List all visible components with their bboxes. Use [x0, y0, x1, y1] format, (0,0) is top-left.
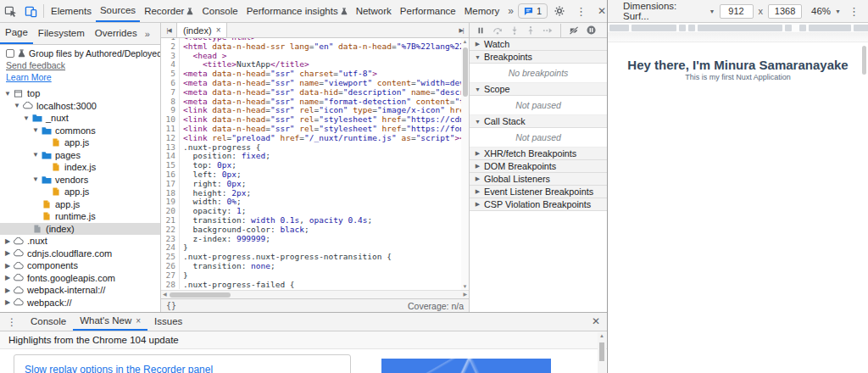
whats-new-card[interactable]: Slow replay options in the Recorder pane… [14, 354, 351, 373]
navigator-menu-icon[interactable]: ⋮ [153, 28, 161, 40]
chevron-down-icon[interactable]: ▼ [31, 126, 40, 134]
file-tree-item-nuxt[interactable]: ▼_nuxt [0, 112, 160, 125]
scroll-left-icon[interactable]: ◀ [163, 291, 167, 298]
device-toolbar-menu-icon[interactable]: ⋮ [845, 5, 863, 18]
horizontal-scroll-thumb[interactable] [170, 292, 231, 298]
devtools-menu-icon[interactable]: ⋮ [571, 5, 591, 18]
file-tree-item-nuxt[interactable]: ▶.nuxt [0, 235, 160, 248]
section-header-csp-violation-breakpoints[interactable]: ▶CSP Violation Breakpoints [470, 198, 607, 211]
editor-vertical-scrollbar[interactable]: ▲ ▼ [461, 38, 469, 290]
tab-network[interactable]: Network [352, 0, 396, 22]
group-files-option[interactable]: Group files by Authored/Deployed [6, 48, 154, 58]
editor-horizontal-scrollbar[interactable]: ◀ ▶ [161, 290, 469, 298]
file-tree-item-index-js[interactable]: index.js [0, 161, 160, 174]
scroll-down-icon[interactable]: ▼ [461, 284, 469, 289]
tab-console[interactable]: Console [198, 0, 242, 22]
chevron-down-icon[interactable]: ▼ [31, 175, 40, 183]
tab-recorder[interactable]: Recorder [140, 0, 198, 22]
gear-icon[interactable] [549, 2, 570, 20]
scroll-up-icon[interactable]: ▲ [598, 333, 606, 338]
media-query-segment[interactable] [609, 25, 629, 31]
drawer-tab-console[interactable]: Console [24, 313, 73, 331]
drawer-menu-icon[interactable]: ⋮ [0, 316, 24, 328]
tab-memory[interactable]: Memory [460, 0, 504, 22]
file-tree-item-index[interactable]: (index) [0, 223, 160, 236]
file-tree-item-top[interactable]: ▼top [0, 87, 160, 100]
media-query-segment[interactable] [809, 25, 851, 31]
device-height-input[interactable] [768, 4, 802, 19]
file-tree-item-components[interactable]: ▶components [0, 259, 160, 272]
section-header-event-listener-breakpoints[interactable]: ▶Event Listener Breakpoints [470, 186, 607, 198]
step-out-icon[interactable] [526, 26, 535, 35]
navigator-tab-filesystem[interactable]: Filesystem [33, 23, 90, 44]
section-header-global-listeners[interactable]: ▶Global Listeners [470, 173, 607, 186]
file-tree-item-commons[interactable]: ▼commons [0, 125, 160, 137]
media-query-segment[interactable] [688, 25, 695, 31]
file-tree-item-app-js[interactable]: app.js [0, 186, 160, 198]
scroll-right-icon[interactable]: ▶ [463, 291, 467, 298]
file-tree-item-cdnjs-cloudflare-com[interactable]: ▶cdnjs.cloudflare.com [0, 248, 160, 260]
file-tree-item-pages[interactable]: ▼pages [0, 149, 160, 162]
file-tree-item-webpack-internal[interactable]: ▶webpack-internal:// [0, 284, 160, 297]
navigator-tab-page[interactable]: Page [0, 23, 33, 44]
drawer-scrollbar[interactable]: ▲ [598, 332, 606, 373]
step-icon[interactable] [542, 26, 553, 35]
device-dimensions-select[interactable]: Dimensions: Surf... [623, 1, 705, 21]
chevron-down-icon[interactable]: ▼ [3, 90, 12, 97]
section-header-call-stack[interactable]: ▼Call Stack [470, 115, 607, 128]
chevron-right-icon[interactable]: ▶ [3, 262, 12, 270]
chevron-down-icon[interactable]: ▼ [31, 151, 40, 159]
drawer-scroll-thumb[interactable] [599, 342, 604, 361]
deactivate-breakpoints-icon[interactable] [569, 26, 579, 35]
vertical-scroll-thumb[interactable] [463, 47, 468, 97]
section-header-breakpoints[interactable]: ▼Breakpoints [470, 51, 607, 64]
collapse-navigator-icon[interactable]: |◀ [161, 23, 176, 37]
more-panels-icon[interactable]: » [504, 0, 518, 22]
chevron-right-icon[interactable]: ▶ [3, 237, 12, 245]
editor-tab-index[interactable]: (index) × [176, 23, 227, 37]
issues-counter-button[interactable]: 1 [518, 3, 548, 19]
close-tab-icon[interactable]: × [216, 25, 221, 35]
media-query-segment[interactable] [785, 25, 792, 31]
file-tree-item-app-js[interactable]: app.js [0, 198, 160, 211]
file-tree-item-webpack[interactable]: ▶webpack:// [0, 297, 160, 309]
tab-elements[interactable]: Elements [47, 0, 96, 22]
file-tree-item-localhost-3000[interactable]: ▼localhost:3000 [0, 100, 160, 113]
section-header-scope[interactable]: ▼Scope [470, 83, 607, 96]
file-tree-item-fonts-googleapis-com[interactable]: ▶fonts.googleapis.com [0, 272, 160, 285]
tab-performance-insights[interactable]: Performance insights [242, 0, 352, 22]
tab-sources[interactable]: Sources [96, 0, 140, 22]
tab-performance[interactable]: Performance [396, 0, 460, 22]
group-files-checkbox[interactable] [6, 49, 14, 58]
page-scroll-thumb[interactable] [862, 46, 866, 75]
device-toolbar-icon[interactable] [20, 2, 41, 20]
media-query-segment[interactable] [679, 25, 686, 31]
drawer-tab-issues[interactable]: Issues [147, 313, 189, 331]
file-tree-item-app-js[interactable]: app.js [0, 136, 160, 149]
media-query-segment[interactable] [799, 25, 806, 31]
device-zoom-select[interactable]: 46% [811, 6, 831, 16]
scroll-up-icon[interactable]: ▲ [461, 39, 469, 44]
navigator-more-tabs-icon[interactable]: » [142, 29, 153, 39]
chevron-right-icon[interactable]: ▶ [3, 298, 12, 306]
chevron-down-icon[interactable]: ▼ [13, 102, 21, 109]
chevron-right-icon[interactable]: ▶ [3, 249, 12, 257]
pause-on-exceptions-icon[interactable] [587, 25, 596, 35]
send-feedback-link[interactable]: Send feedback [6, 60, 65, 70]
collapse-debugger-icon[interactable]: ▶| [453, 23, 469, 37]
learn-more-link[interactable]: Learn More [6, 72, 52, 82]
media-query-segment[interactable] [698, 25, 782, 31]
close-drawer-icon[interactable]: ✕ [592, 315, 600, 327]
inspect-element-icon[interactable] [0, 2, 20, 20]
chevron-right-icon[interactable]: ▶ [3, 274, 12, 281]
section-header-watch[interactable]: ▶Watch [470, 38, 607, 51]
close-tab-icon[interactable]: × [136, 313, 141, 329]
pause-script-icon[interactable] [476, 26, 485, 35]
chevron-right-icon[interactable]: ▶ [3, 287, 12, 294]
code-area[interactable]: 1<!doctype html>2<html data-n-head-ssr l… [161, 38, 469, 290]
drawer-tab-what-s-new[interactable]: What's New× [73, 313, 147, 331]
media-query-segment[interactable] [632, 25, 676, 31]
file-tree-item-runtime-js[interactable]: runtime.js [0, 210, 160, 223]
pretty-print-button[interactable]: {} [166, 301, 176, 310]
chevron-down-icon[interactable]: ▼ [22, 114, 31, 122]
